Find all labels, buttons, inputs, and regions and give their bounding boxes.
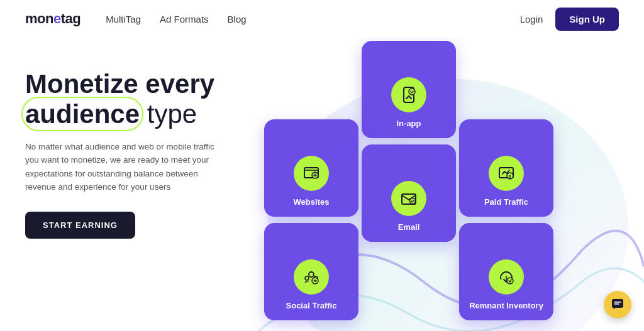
header-actions: Login Sign Up (520, 8, 619, 31)
websites-icon (303, 165, 320, 182)
card-social[interactable]: Social Traffic (264, 223, 358, 320)
signup-button[interactable]: Sign Up (555, 8, 619, 31)
svg-point-18 (507, 278, 513, 284)
login-button[interactable]: Login (520, 14, 543, 24)
chat-icon (611, 298, 625, 312)
paid-icon: $ (497, 165, 515, 182)
card-paid[interactable]: $ Paid Traffic (459, 119, 553, 217)
svg-point-16 (312, 278, 318, 284)
hero-heading: Monetize every audience type (25, 69, 264, 130)
hero-heading-light: type (140, 99, 197, 129)
social-icon (303, 268, 320, 286)
hero-section: Monetize every audience type No matter w… (25, 50, 264, 239)
logo[interactable]: monetag (25, 11, 80, 27)
nav-blog[interactable]: Blog (228, 14, 247, 24)
chat-widget[interactable] (604, 291, 631, 318)
inapp-icon (400, 86, 418, 104)
nav-multitag[interactable]: MultiTag (106, 14, 141, 24)
card-remnant[interactable]: Remnant Inventory (459, 223, 553, 320)
hero-heading-highlight: audience (25, 99, 140, 129)
inapp-label: In-app (397, 119, 421, 128)
card-email[interactable]: Email (362, 144, 456, 242)
main-content: Monetize every audience type No matter w… (0, 38, 644, 331)
remnant-icon-circle (489, 259, 524, 295)
svg-point-13 (309, 272, 314, 277)
svg-text:$: $ (509, 175, 511, 180)
remnant-icon (497, 268, 515, 286)
email-icon (400, 190, 418, 207)
svg-rect-19 (612, 299, 623, 308)
hero-heading-bold: Monetize every (25, 69, 214, 99)
email-icon-circle (391, 181, 426, 216)
start-earning-button[interactable]: START EARNING (25, 212, 135, 239)
email-label: Email (398, 222, 420, 232)
main-nav: MultiTag Ad Formats Blog (106, 14, 519, 24)
hero-description: No matter what audience and web or mobil… (25, 140, 226, 194)
inapp-icon-circle (391, 77, 426, 112)
card-websites[interactable]: Websites (264, 119, 358, 217)
paid-icon-circle: $ (489, 156, 524, 191)
remnant-label: Remnant Inventory (469, 301, 543, 310)
websites-label: Websites (294, 197, 330, 207)
svg-point-14 (305, 276, 309, 280)
social-icon-circle (294, 259, 329, 295)
paid-label: Paid Traffic (484, 197, 528, 207)
cards-area: In-app Websites (264, 38, 619, 320)
social-label: Social Traffic (286, 301, 337, 310)
header: monetag MultiTag Ad Formats Blog Login S… (0, 0, 644, 38)
nav-adformats[interactable]: Ad Formats (160, 14, 209, 24)
websites-icon-circle (294, 156, 329, 191)
card-inapp[interactable]: In-app (362, 41, 456, 138)
